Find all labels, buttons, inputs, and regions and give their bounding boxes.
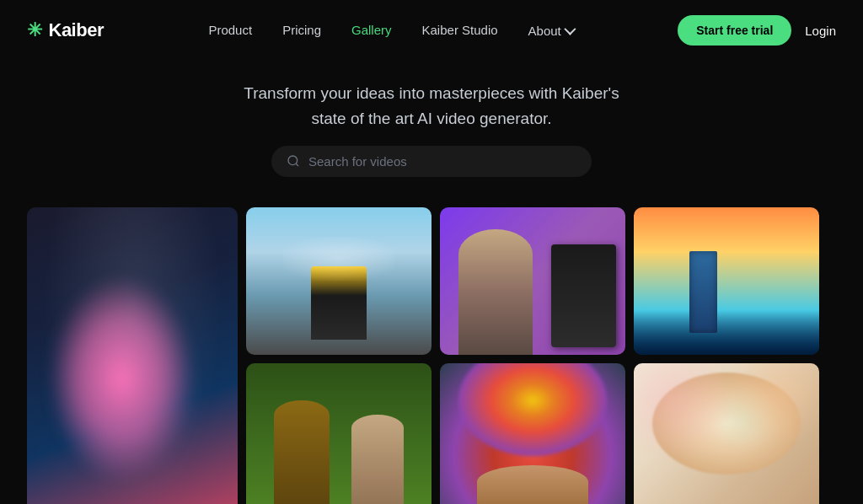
nav-item-gallery[interactable]: Gallery <box>351 23 392 38</box>
gallery-grid <box>0 207 863 504</box>
search-icon <box>287 154 300 168</box>
nav-item-pricing[interactable]: Pricing <box>282 23 321 38</box>
about-chevron-icon <box>564 24 576 35</box>
logo-icon: ✳ <box>27 19 42 41</box>
svg-line-1 <box>296 164 298 166</box>
start-free-trial-button[interactable]: Start free trial <box>678 15 791 46</box>
gallery-item-1[interactable] <box>27 207 238 504</box>
gallery-item-5[interactable] <box>246 363 432 504</box>
nav-actions: Start free trial Login <box>678 15 836 46</box>
search-bar[interactable] <box>271 146 592 177</box>
gallery-item-3[interactable] <box>440 207 625 355</box>
gallery-item-4[interactable] <box>634 207 819 355</box>
nav-link-gallery[interactable]: Gallery <box>351 23 392 37</box>
nav-link-product[interactable]: Product <box>208 23 252 37</box>
nav-link-pricing[interactable]: Pricing <box>282 23 321 37</box>
gallery-item-6[interactable] <box>440 363 625 504</box>
navbar: ✳ Kaiber Product Pricing Gallery Kaiber … <box>0 0 863 61</box>
login-button[interactable]: Login <box>805 24 836 38</box>
gallery-item-2[interactable] <box>246 207 432 355</box>
logo-name: Kaiber <box>49 19 104 41</box>
nav-item-product[interactable]: Product <box>208 23 252 38</box>
svg-point-0 <box>288 156 297 165</box>
hero-section: Transform your ideas into masterpieces w… <box>0 61 863 207</box>
nav-item-kaiber-studio[interactable]: Kaiber Studio <box>422 23 498 38</box>
hero-headline: Transform your ideas into masterpieces w… <box>0 81 863 132</box>
nav-link-kaiber-studio[interactable]: Kaiber Studio <box>422 23 498 37</box>
nav-links: Product Pricing Gallery Kaiber Studio Ab… <box>208 23 572 38</box>
nav-link-about[interactable]: About <box>528 24 561 38</box>
search-input[interactable] <box>308 154 576 169</box>
gallery-item-7[interactable] <box>634 363 819 504</box>
logo[interactable]: ✳ Kaiber <box>27 19 104 41</box>
nav-item-about[interactable]: About <box>528 24 573 38</box>
